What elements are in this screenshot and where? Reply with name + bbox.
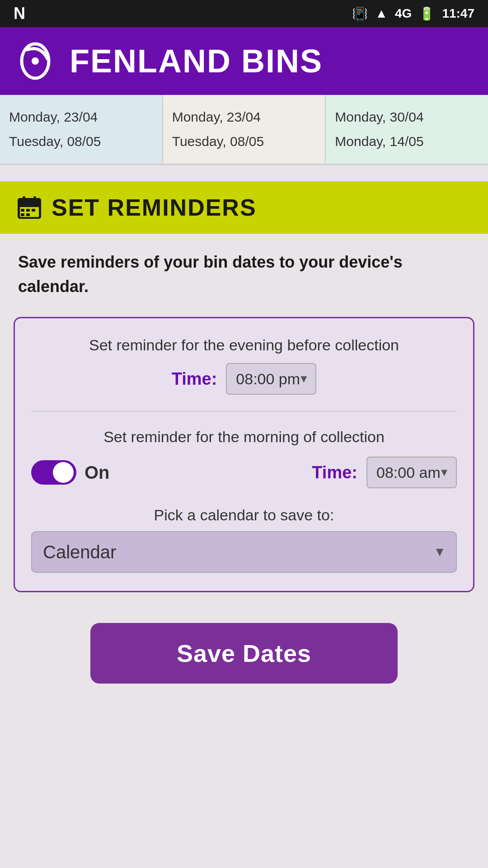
- morning-time-label: Time:: [312, 463, 357, 482]
- svg-rect-11: [26, 213, 30, 216]
- battery-icon: 🔋: [419, 6, 435, 21]
- morning-reminder-label: Set reminder for the morning of collecti…: [31, 428, 457, 446]
- save-btn-container: Save Dates: [0, 601, 488, 711]
- morning-toggle-container: On: [31, 460, 110, 485]
- date-card-2: Monday, 23/04 Tuesday, 08/05: [163, 95, 326, 164]
- date-card-2-line2: Tuesday, 08/05: [172, 129, 316, 154]
- evening-time-select[interactable]: 08:00 pm 06:00 pm 07:00 pm 09:00 pm 10:0…: [226, 363, 316, 395]
- date-card-2-line1: Monday, 23/04: [172, 105, 316, 129]
- app-header: FENLAND BINS: [0, 27, 488, 95]
- save-dates-button[interactable]: Save Dates: [90, 623, 398, 684]
- morning-time-row: Time: 08:00 am 06:00 am 07:00 am 09:00 a…: [312, 457, 457, 488]
- evening-time-label: Time:: [172, 369, 217, 389]
- reminder-box: Set reminder for the evening before coll…: [14, 317, 474, 592]
- date-card-1-line1: Monday, 23/04: [9, 105, 153, 129]
- svg-rect-10: [21, 213, 24, 216]
- calendar-icon: [16, 194, 42, 221]
- carrier-icon: N: [14, 4, 24, 23]
- divider: [31, 411, 457, 412]
- evening-time-select-wrapper[interactable]: 08:00 pm 06:00 pm 07:00 pm 09:00 pm 10:0…: [226, 363, 316, 395]
- calendar-pick-label: Pick a calendar to save to:: [31, 506, 457, 524]
- evening-reminder-label: Set reminder for the evening before coll…: [31, 336, 457, 354]
- morning-toggle-label: On: [84, 462, 110, 483]
- calendar-section: Pick a calendar to save to: Calendar Wor…: [31, 506, 457, 573]
- wifi-icon: ▲: [375, 6, 388, 21]
- status-icons: 📳 ▲ 4G 🔋 11:47: [352, 6, 474, 21]
- svg-rect-9: [32, 209, 35, 212]
- svg-rect-7: [21, 209, 24, 212]
- date-cards-row: Monday, 23/04 Tuesday, 08/05 Monday, 23/…: [0, 95, 488, 165]
- svg-rect-5: [23, 196, 25, 203]
- date-card-3-line1: Monday, 30/04: [335, 105, 479, 129]
- toggle-knob: [53, 462, 74, 483]
- clock: 11:47: [442, 6, 474, 21]
- date-card-1: Monday, 23/04 Tuesday, 08/05: [0, 95, 163, 164]
- morning-toggle[interactable]: [31, 460, 76, 485]
- signal-icon: 4G: [395, 6, 412, 21]
- set-reminders-title: SET REMINDERS: [52, 194, 257, 221]
- calendar-select[interactable]: Calendar Work Personal: [31, 531, 457, 573]
- evening-reminder-row: Set reminder for the evening before coll…: [31, 336, 457, 395]
- app-title: FENLAND BINS: [70, 42, 323, 80]
- svg-rect-8: [26, 209, 30, 212]
- status-bar: N 📳 ▲ 4G 🔋 11:47: [0, 0, 488, 27]
- morning-reminder-row: On Time: 08:00 am 06:00 am 07:00 am 09:0…: [31, 457, 457, 488]
- svg-rect-6: [33, 196, 36, 203]
- date-card-3: Monday, 30/04 Monday, 14/05: [326, 95, 488, 164]
- morning-time-select[interactable]: 08:00 am 06:00 am 07:00 am 09:00 am: [366, 457, 457, 488]
- svg-point-1: [32, 57, 39, 65]
- date-card-3-line2: Monday, 14/05: [335, 129, 479, 154]
- svg-rect-4: [20, 203, 39, 207]
- calendar-select-wrapper[interactable]: Calendar Work Personal: [31, 531, 457, 573]
- morning-time-select-wrapper[interactable]: 08:00 am 06:00 am 07:00 am 09:00 am: [366, 457, 457, 488]
- vibrate-icon: 📳: [352, 6, 368, 21]
- date-card-1-line2: Tuesday, 08/05: [9, 129, 153, 154]
- set-reminders-header: SET REMINDERS: [0, 181, 488, 234]
- reminders-description: Save reminders of your bin dates to your…: [0, 234, 488, 308]
- app-logo: [18, 41, 59, 81]
